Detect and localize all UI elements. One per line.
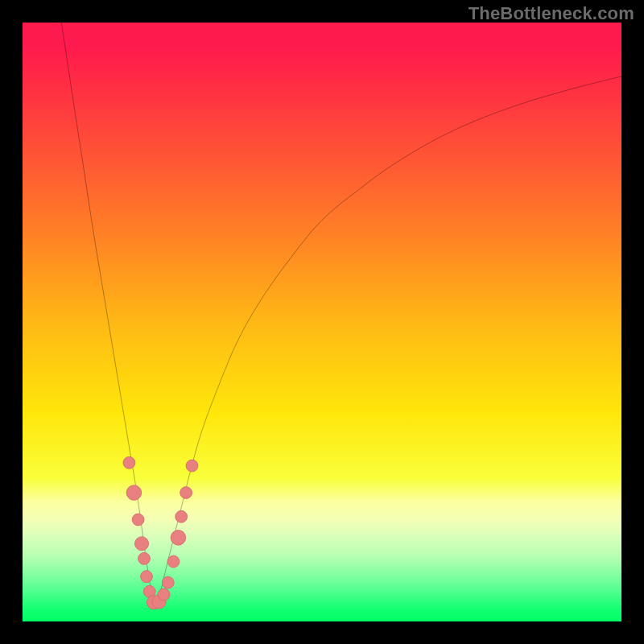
curve-marker (138, 552, 151, 564)
curve-marker (167, 555, 180, 568)
curve-marker (171, 530, 186, 546)
curve-path (61, 23, 621, 605)
curve-marker (132, 514, 144, 526)
curve-marker (180, 487, 192, 499)
curve-marker (158, 588, 170, 601)
curve-marker (126, 485, 142, 501)
curve-marker (162, 576, 174, 588)
plot-area (23, 23, 621, 621)
curve-marker (141, 571, 153, 583)
curve-markers (123, 456, 198, 609)
curve-marker (135, 537, 149, 551)
curve-marker (186, 460, 198, 472)
curve-marker (123, 456, 135, 469)
outer-frame: TheBottleneck.com (0, 0, 644, 644)
chart-svg (23, 23, 621, 621)
curve-marker (175, 510, 188, 522)
bottleneck-curve (61, 23, 621, 605)
watermark-text: TheBottleneck.com (469, 3, 634, 24)
